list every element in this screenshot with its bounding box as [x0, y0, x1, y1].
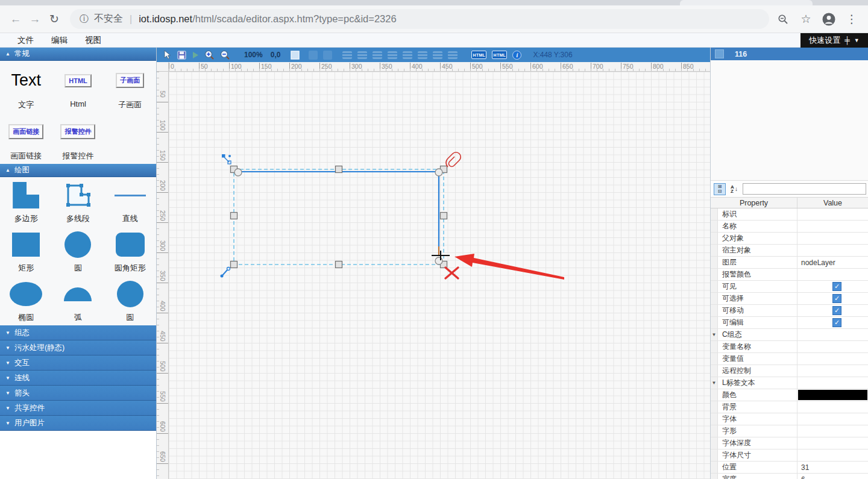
align-bottom-icon[interactable] [418, 51, 427, 59]
property-label: 变量值 [718, 353, 797, 365]
property-value-cell[interactable]: nodeLayer [797, 257, 868, 268]
design-canvas[interactable] [169, 72, 710, 479]
section-header[interactable]: ▼交互 [0, 355, 156, 371]
menu-item[interactable]: 编辑 [51, 35, 68, 46]
property-value-cell[interactable]: ✓ [797, 305, 868, 316]
property-value-cell[interactable] [797, 341, 868, 352]
selection-rect[interactable] [234, 169, 444, 265]
palette-item[interactable]: 圆 [52, 227, 104, 276]
reload-button[interactable]: ↻ [45, 10, 64, 29]
property-value-cell[interactable] [797, 425, 868, 437]
palette-item[interactable]: 画面链接画面链接 [0, 113, 52, 164]
property-group-row: ▼C组态 [711, 329, 868, 341]
page-list[interactable] [711, 60, 868, 181]
value-column-header[interactable]: Value [797, 198, 868, 208]
property-value-cell[interactable]: 6 [797, 474, 868, 479]
property-value-cell[interactable] [797, 221, 868, 232]
section-header[interactable]: ▲绘图 [0, 164, 156, 177]
align-right-icon[interactable] [373, 51, 382, 59]
section-header[interactable]: ▼组态 [0, 325, 156, 340]
property-value-cell[interactable] [797, 353, 868, 365]
property-value-cell[interactable] [797, 269, 868, 280]
zoom-out-icon[interactable] [220, 50, 230, 60]
palette-item[interactable]: Text文字 [0, 61, 52, 113]
zoom-page-icon[interactable] [775, 11, 791, 27]
align-top-icon[interactable] [388, 51, 397, 59]
ungroup-icon[interactable] [323, 51, 332, 60]
palette-item[interactable]: 圆 [104, 276, 156, 325]
palette-item[interactable]: 子画面子画面 [104, 61, 156, 113]
quick-settings-button[interactable]: 快速设置 ╪ ▼ [800, 33, 868, 48]
page-list-selected-item[interactable]: 116 [711, 48, 868, 60]
back-button[interactable]: ← [6, 10, 25, 29]
browser-tab[interactable] [680, 0, 813, 5]
palette-item[interactable]: 多边形 [0, 177, 52, 227]
menu-item[interactable]: 视图 [85, 35, 101, 46]
resize-handles[interactable] [231, 166, 447, 268]
palette-item[interactable]: 报警控件报警控件 [52, 113, 104, 164]
zoom-in-icon[interactable] [204, 50, 215, 60]
color-swatch[interactable] [798, 390, 867, 400]
property-value-cell[interactable]: ✓ [797, 317, 868, 328]
bookmark-star-icon[interactable]: ☆ [798, 11, 814, 27]
group-icon[interactable] [309, 51, 318, 60]
property-value-cell[interactable] [797, 437, 868, 449]
section-header[interactable]: ▼污水处理(静态) [0, 340, 156, 355]
categorized-view-icon[interactable]: ⊞⊟ [714, 183, 726, 195]
select-tool-icon[interactable] [163, 50, 172, 60]
property-value-cell[interactable] [797, 389, 868, 401]
property-value-cell[interactable] [797, 365, 868, 377]
vertex-markers[interactable] [234, 169, 442, 265]
property-filter-input[interactable] [743, 183, 866, 195]
quick-settings-caret-icon[interactable]: ▼ [854, 37, 860, 43]
align-middle-icon[interactable] [403, 51, 412, 59]
html-source-icon[interactable]: HTML [471, 51, 486, 59]
sort-az-icon[interactable]: AZ↓ [728, 183, 740, 195]
section-header[interactable]: ▼连线 [0, 371, 156, 386]
property-value-cell[interactable] [797, 208, 868, 220]
polyline-shape[interactable] [238, 172, 439, 256]
info-icon[interactable]: i [512, 51, 521, 60]
palette-item[interactable]: 椭圆 [0, 276, 52, 325]
property-value-cell[interactable] [797, 401, 868, 413]
section-header[interactable]: ▼箭头 [0, 386, 156, 401]
section-header[interactable]: ▼用户图片 [0, 416, 156, 431]
address-bar[interactable]: ⓘ 不安全 | iot.idosp.net/html/scada/editor.… [70, 9, 769, 29]
run-preview-icon[interactable] [192, 51, 199, 59]
align-left-icon[interactable] [342, 51, 352, 59]
property-checkbox[interactable]: ✓ [832, 282, 841, 291]
browser-menu-icon[interactable]: ⋮ [844, 11, 860, 27]
section-header[interactable]: ▼共享控件 [0, 401, 156, 416]
canvas-background-icon[interactable] [291, 51, 300, 60]
fit-screen-icon[interactable]: ╪ [844, 36, 850, 45]
align-center-icon[interactable] [357, 51, 367, 59]
palette-item[interactable]: 多线段 [52, 177, 104, 227]
distribute-h-icon[interactable] [433, 51, 442, 59]
property-checkbox[interactable]: ✓ [832, 306, 841, 315]
property-value-cell[interactable] [797, 245, 868, 256]
section-header[interactable]: ▲常规 [0, 48, 156, 61]
page-info-icon[interactable]: ⓘ [80, 13, 89, 25]
palette-item[interactable]: 圆角矩形 [104, 227, 156, 276]
property-checkbox[interactable]: ✓ [832, 318, 841, 327]
palette-item[interactable]: 直线 [104, 177, 156, 227]
palette-item[interactable]: 弧 [52, 276, 104, 325]
group-collapse-icon[interactable]: ▼ [712, 332, 717, 337]
property-value-cell[interactable]: ✓ [797, 281, 868, 292]
profile-avatar-icon[interactable] [821, 11, 837, 27]
property-value-cell[interactable]: 31 [797, 462, 868, 473]
distribute-v-icon[interactable] [448, 51, 458, 59]
palette-item[interactable]: 矩形 [0, 227, 52, 276]
palette-item[interactable]: HTMLHtml [52, 61, 104, 113]
property-value-cell[interactable]: ✓ [797, 293, 868, 304]
property-value-cell[interactable] [797, 449, 868, 461]
html-preview-icon[interactable]: HTML [492, 51, 507, 59]
save-icon[interactable] [177, 51, 186, 60]
property-value-cell[interactable] [797, 233, 868, 244]
property-column-header[interactable]: Property [711, 198, 797, 208]
property-checkbox[interactable]: ✓ [832, 294, 841, 303]
property-value-cell[interactable] [797, 413, 868, 425]
menu-item[interactable]: 文件 [17, 35, 34, 46]
group-collapse-icon[interactable]: ▼ [712, 380, 717, 386]
forward-button[interactable]: → [25, 10, 45, 29]
